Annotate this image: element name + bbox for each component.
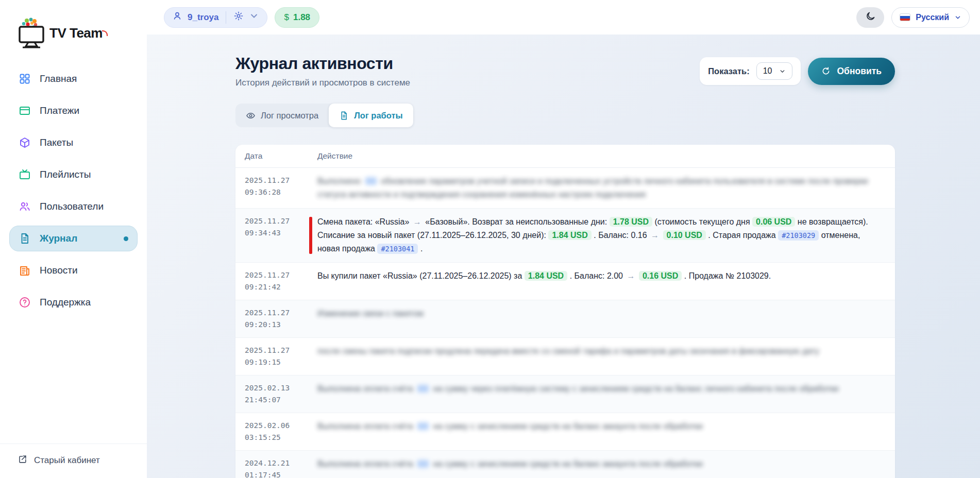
page-size-select[interactable]: 10: [756, 62, 793, 80]
row-date: 2025.11.2709:34:43: [235, 215, 317, 239]
redacted-chip: [417, 460, 429, 468]
journal-icon: [19, 232, 31, 245]
action-text: Вы купили пакет «Russia» (27.11.2025–26.…: [317, 269, 881, 283]
table-row: 2025.02.0603:15:25Выполнена оплата счёта…: [235, 413, 895, 451]
redacted-chip: [417, 385, 429, 392]
dashboard-icon: [19, 73, 31, 85]
table-row: 2025.11.2709:19:15после смены пакета под…: [235, 338, 895, 375]
page-subtitle: История действий и просмотров в системе: [235, 78, 410, 88]
row-date: 2025.11.2709:36:28: [235, 175, 317, 198]
amount-badge: 0.06 USD: [752, 217, 795, 227]
document-icon: [339, 111, 349, 121]
arrow-icon: →: [625, 271, 636, 280]
redacted-action-text: Изменение связи с пакетом: [317, 307, 881, 320]
row-date: 2025.02.0603:15:25: [235, 420, 317, 443]
action-text: Смена пакета: «Russia» → «Базовый». Возв…: [317, 215, 881, 255]
brand-logo[interactable]: TV Team: [9, 11, 138, 48]
refresh-icon: [821, 66, 831, 76]
sidebar-item-journal[interactable]: Журнал: [9, 226, 138, 251]
chevron-down-icon: [779, 68, 786, 75]
redacted-action-text: Выполнена оплата счёта на сумму с зачисл…: [317, 457, 881, 471]
pill-divider: [226, 11, 226, 24]
package-icon: [19, 136, 31, 149]
log-tabs: Лог просмотраЛог работы: [235, 104, 413, 127]
row-action: Выполнено обновление параметров учетной …: [317, 175, 895, 201]
row-date: 2024.12.2101:17:45: [235, 457, 317, 478]
sale-id-badge: #2103041: [377, 244, 418, 254]
tab-label: Лог просмотра: [261, 111, 318, 121]
language-select[interactable]: Русский: [891, 7, 970, 28]
eye-icon: [246, 111, 256, 121]
balance-badge[interactable]: $ 1.88: [275, 7, 319, 28]
redacted-action-text: после смены пакета подписки продлена пер…: [317, 345, 881, 358]
sidebar-item-label: Новости: [40, 265, 78, 276]
table-body: 2025.11.2709:36:28Выполнено обновление п…: [235, 168, 895, 478]
sidebar-item-label: Главная: [40, 73, 77, 84]
sidebar-item-label: Поддержка: [40, 297, 91, 308]
redacted-action-text: Выполнено обновление параметров учетной …: [317, 175, 881, 201]
sidebar-item-packages[interactable]: Пакеты: [9, 130, 138, 156]
gear-icon[interactable]: [233, 11, 244, 24]
tab-view-log[interactable]: Лог просмотра: [235, 104, 329, 127]
topbar-right: Русский: [856, 7, 970, 28]
topbar-left: 9_troya $ 1.88: [164, 7, 319, 28]
refresh-button[interactable]: Обновить: [808, 58, 895, 85]
sidebar-nav: ГлавнаяПлатежиПакетыПлейлистыПользовател…: [9, 66, 138, 321]
dollar-icon: $: [284, 12, 289, 23]
row-action: Вы купили пакет «Russia» (27.11.2025–26.…: [317, 269, 895, 283]
tab-work-log[interactable]: Лог работы: [329, 104, 413, 127]
row-action: Выполнена оплата счёта на сумму с зачисл…: [317, 457, 895, 471]
table-row: 2025.02.1321:45:07Выполнена оплата счёта…: [235, 375, 895, 413]
sidebar-item-label: Журнал: [40, 233, 77, 244]
amount-badge: 0.10 USD: [663, 230, 706, 240]
sidebar-item-support[interactable]: Поддержка: [9, 289, 138, 315]
column-action: Действие: [317, 151, 895, 161]
old-cabinet-link[interactable]: Старый кабинет: [0, 443, 147, 478]
sidebar-item-label: Пакеты: [40, 137, 73, 148]
tab-label: Лог работы: [354, 111, 402, 121]
row-action: Смена пакета: «Russia» → «Базовый». Возв…: [317, 215, 895, 255]
row-date: 2025.02.1321:45:07: [235, 382, 317, 406]
amount-badge: 0.16 USD: [639, 271, 682, 281]
refresh-label: Обновить: [837, 66, 882, 77]
dark-mode-toggle[interactable]: [856, 7, 884, 28]
sidebar-item-news[interactable]: Новости: [9, 258, 138, 283]
chevron-down-icon: [954, 14, 961, 21]
page-header-text: Журнал активности История действий и про…: [235, 54, 410, 88]
redacted-chip: [365, 177, 377, 185]
sidebar-item-payments[interactable]: Платежи: [9, 98, 138, 124]
page-size-value: 10: [763, 66, 772, 76]
chevron-down-icon: [249, 11, 259, 24]
support-icon: [19, 296, 31, 309]
row-date: 2025.11.2709:19:15: [235, 345, 317, 368]
sidebar-item-playlists[interactable]: Плейлисты: [9, 162, 138, 187]
sidebar-item-home[interactable]: Главная: [9, 66, 138, 92]
balance-amount: 1.88: [293, 12, 310, 23]
row-action: Выполнена оплата счёта на сумму через пл…: [317, 382, 895, 396]
row-date: 2025.11.2709:20:13: [235, 307, 317, 331]
table-row: 2025.11.2709:21:42Вы купили пакет «Russi…: [235, 263, 895, 300]
alert-bar: [309, 217, 312, 254]
page-size-card: Показать: 10: [700, 57, 801, 85]
brand-name: TV Team: [49, 25, 103, 48]
tvteam-logo-icon: [16, 16, 46, 48]
redacted-chip: [417, 422, 429, 430]
russia-flag-icon: [900, 13, 910, 21]
active-dot: [124, 236, 128, 241]
main-area: 9_troya $ 1.88: [147, 0, 980, 478]
sidebar: TV Team ГлавнаяПлатежиПакетыПлейлистыПол…: [0, 0, 147, 478]
amount-badge: 1.78 USD: [610, 217, 652, 227]
app-root: TV Team ГлавнаяПлатежиПакетыПлейлистыПол…: [0, 0, 980, 478]
sidebar-item-users[interactable]: Пользователи: [9, 194, 138, 219]
sidebar-item-label: Плейлисты: [40, 169, 91, 180]
users-icon: [19, 200, 31, 213]
moon-icon: [865, 11, 876, 24]
row-date: 2025.11.2709:21:42: [235, 269, 317, 293]
news-icon: [19, 264, 31, 277]
sidebar-item-label: Пользователи: [40, 201, 104, 212]
activity-table: Дата Действие 2025.11.2709:36:28Выполнен…: [235, 145, 895, 478]
page-header: Журнал активности История действий и про…: [235, 54, 895, 88]
table-row: 2024.12.2101:17:45Выполнена оплата счёта…: [235, 451, 895, 478]
user-menu[interactable]: 9_troya: [164, 7, 267, 28]
amount-badge: 1.84 USD: [548, 230, 591, 240]
